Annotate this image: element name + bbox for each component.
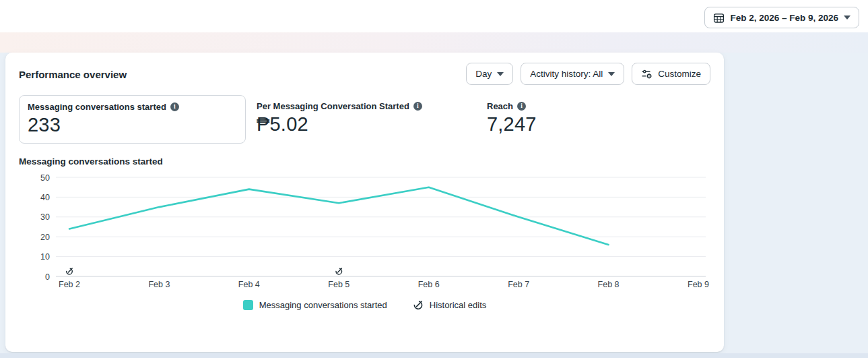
calendar-icon bbox=[713, 12, 725, 24]
customize-sliders-gear-icon bbox=[641, 69, 653, 80]
svg-text:Feb 7: Feb 7 bbox=[508, 280, 529, 289]
activity-history-dropdown[interactable]: Activity history: All bbox=[521, 63, 624, 85]
metric-value: 7,247 bbox=[487, 113, 537, 136]
svg-text:Feb 4: Feb 4 bbox=[238, 280, 260, 289]
svg-text:20: 20 bbox=[40, 233, 50, 242]
svg-text:50: 50 bbox=[40, 173, 50, 183]
page-title: Performance overview bbox=[19, 63, 127, 80]
metric-card-reach[interactable]: Reach i 7,247 bbox=[487, 95, 537, 136]
customize-label: Customize bbox=[658, 69, 701, 79]
metrics-row: Messaging conversations started i 233 Pe… bbox=[19, 95, 710, 144]
historical-edit-icon bbox=[413, 299, 424, 310]
top-bar: Feb 2, 2026 – Feb 9, 2026 bbox=[0, 0, 868, 32]
card-header: Performance overview Day Activity histor… bbox=[5, 53, 724, 85]
svg-text:Feb 3: Feb 3 bbox=[148, 280, 170, 289]
chevron-down-icon bbox=[608, 72, 615, 76]
bottom-background-strip bbox=[0, 353, 868, 358]
svg-text:Feb 2: Feb 2 bbox=[59, 280, 80, 289]
metric-label: Per Messaging Conversation Started bbox=[257, 101, 409, 111]
metric-value: 233 bbox=[28, 114, 237, 136]
metric-value: ₱5.02 bbox=[257, 113, 487, 136]
granularity-dropdown[interactable]: Day bbox=[466, 63, 513, 85]
svg-text:10: 10 bbox=[40, 252, 50, 262]
performance-overview-card: Performance overview Day Activity histor… bbox=[5, 53, 724, 352]
historical-edit-icon[interactable] bbox=[335, 268, 342, 275]
svg-text:Feb 9: Feb 9 bbox=[688, 280, 709, 289]
metric-card-messaging-conversations[interactable]: Messaging conversations started i 233 bbox=[19, 95, 246, 144]
svg-text:30: 30 bbox=[40, 212, 50, 222]
date-range-button[interactable]: Feb 2, 2026 – Feb 9, 2026 bbox=[704, 7, 859, 28]
customize-button[interactable]: Customize bbox=[632, 63, 710, 85]
historical-edit-icon[interactable] bbox=[66, 268, 73, 275]
svg-text:Feb 5: Feb 5 bbox=[328, 280, 349, 289]
info-icon[interactable]: i bbox=[517, 102, 526, 111]
chevron-down-icon bbox=[497, 72, 504, 76]
svg-text:40: 40 bbox=[40, 193, 50, 202]
legend-item-series: Messaging conversations started bbox=[243, 300, 387, 310]
svg-text:0: 0 bbox=[45, 272, 50, 282]
metric-card-cost-per-conversation[interactable]: Per Messaging Conversation Started i ₱5.… bbox=[257, 95, 487, 136]
chevron-down-icon bbox=[844, 16, 850, 20]
series-color-swatch bbox=[243, 300, 253, 310]
controls-row: Day Activity history: All bbox=[466, 63, 710, 85]
metric-label: Reach bbox=[487, 101, 513, 111]
line-chart: 01020304050Feb 2Feb 3Feb 4Feb 5Feb 6Feb … bbox=[19, 171, 716, 291]
legend-edits-label: Historical edits bbox=[430, 300, 487, 310]
date-range-label: Feb 2, 2026 – Feb 9, 2026 bbox=[730, 13, 838, 23]
svg-text:Feb 8: Feb 8 bbox=[598, 280, 620, 289]
svg-text:Feb 6: Feb 6 bbox=[418, 280, 440, 289]
granularity-label: Day bbox=[475, 69, 492, 79]
legend-series-label: Messaging conversations started bbox=[259, 300, 387, 310]
chart-legend: Messaging conversations started Historic… bbox=[5, 299, 724, 310]
metric-label: Messaging conversations started bbox=[28, 102, 166, 112]
legend-item-historical-edits: Historical edits bbox=[413, 299, 487, 310]
info-icon[interactable]: i bbox=[413, 102, 422, 111]
activity-history-label: Activity history: All bbox=[530, 69, 603, 79]
header-gradient-band bbox=[0, 32, 868, 53]
chart-title: Messaging conversations started bbox=[19, 156, 710, 167]
info-icon[interactable]: i bbox=[170, 102, 179, 111]
